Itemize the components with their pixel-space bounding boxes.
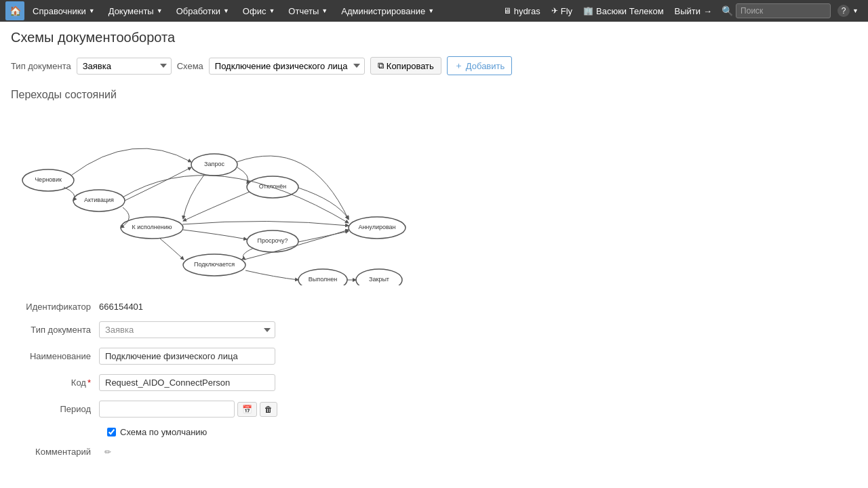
chevron-down-icon: ▼ [428, 7, 434, 14]
nav-menu-reports[interactable]: Отчеты ▼ [283, 0, 333, 22]
chevron-down-icon: ▼ [223, 7, 229, 14]
default-schema-checkbox[interactable] [107, 428, 116, 436]
edge-activation-request [125, 167, 191, 201]
edge-execution-overdue [183, 230, 247, 239]
copy-button[interactable]: ⧉ Копировать [370, 57, 441, 75]
code-label: Код [11, 378, 99, 388]
search-input[interactable] [736, 3, 831, 18]
edge-overdue-annulled [298, 231, 349, 242]
svg-text:Активация: Активация [84, 197, 114, 203]
nav-fly[interactable]: ✈ Fly [547, 0, 576, 22]
edge-connecting-done [245, 270, 298, 280]
name-label: Наименование [11, 351, 99, 361]
form-doc-type-row: Тип документа Заявка [11, 321, 857, 338]
svg-text:Запрос: Запрос [204, 161, 224, 167]
chevron-down-icon: ▼ [269, 7, 275, 14]
id-row: Идентификатор 666154401 [11, 302, 857, 312]
doc-type-label: Тип документа [11, 61, 71, 71]
chevron-down-icon: ▼ [157, 7, 163, 14]
edge-rejected-execution [183, 192, 250, 221]
flow-graph: Черновик Активация Запрос Отклонён К исп… [11, 109, 431, 285]
delete-icon: 🗑 [264, 405, 273, 414]
monitor-icon: 🖥 [503, 6, 511, 16]
node-overdue: Просрочу? [247, 230, 298, 252]
svg-text:Просрочу?: Просрочу? [258, 237, 288, 244]
form-doc-type-select[interactable]: Заявка [99, 321, 275, 338]
edge-draft-request [72, 148, 191, 175]
top-navigation: 🏠 Справочники ▼ Документы ▼ Обработки ▼ … [0, 0, 868, 22]
name-input[interactable] [99, 348, 275, 365]
node-request: Запрос [191, 154, 237, 176]
node-closed: Закрыт [356, 269, 402, 285]
toolbar: Тип документа Заявка Схема Подключение ф… [11, 56, 857, 75]
period-input[interactable] [99, 401, 235, 418]
nav-menu-documents[interactable]: Документы ▼ [103, 0, 168, 22]
schema-select[interactable]: Подключение физического лица [209, 58, 365, 75]
chevron-down-icon: ▼ [321, 7, 328, 14]
home-button[interactable]: 🏠 [5, 1, 24, 20]
help-button[interactable]: ? ▼ [833, 0, 863, 22]
default-schema-row: Схема по умолчанию [107, 427, 857, 437]
edge-request-execution [183, 175, 204, 219]
company-icon: 🏢 [583, 6, 593, 16]
default-schema-label: Схема по умолчанию [120, 427, 207, 437]
name-row: Наименование [11, 348, 857, 365]
nav-menu-office[interactable]: Офис ▼ [237, 0, 281, 22]
edge-rejected-annulled [298, 188, 349, 219]
fly-icon: ✈ [551, 6, 558, 16]
svg-text:Черновик: Черновик [35, 176, 62, 183]
edge-request-rejected [237, 167, 248, 184]
edit-comment-button[interactable]: ✏ [104, 447, 111, 457]
form-doc-type-label: Тип документа [11, 325, 99, 335]
code-row: Код [11, 374, 857, 391]
transitions-section-title: Переходы состояний [11, 89, 857, 101]
id-value: 666154401 [99, 302, 143, 312]
nav-menu-directories[interactable]: Справочники ▼ [27, 0, 100, 22]
calendar-button[interactable]: 📅 [237, 402, 257, 417]
edge-draft-activation [64, 187, 75, 201]
comment-label: Комментарий [11, 447, 99, 457]
svg-text:Подключается: Подключается [194, 261, 235, 268]
clear-period-button[interactable]: 🗑 [260, 402, 277, 417]
svg-text:Закрыт: Закрыт [369, 276, 389, 283]
svg-text:Выполнен: Выполнен [309, 276, 337, 283]
doc-type-select[interactable]: Заявка [77, 58, 172, 75]
nav-menu-admin[interactable]: Администрирование ▼ [336, 0, 439, 22]
chevron-down-icon: ▼ [852, 7, 859, 14]
calendar-icon: 📅 [242, 405, 252, 414]
node-activation: Активация [73, 190, 125, 211]
page-title: Схемы документооборота [11, 30, 857, 45]
code-input[interactable] [99, 374, 275, 391]
edge-activation-annulled [123, 176, 349, 223]
form-section: Идентификатор 666154401 Тип документа За… [11, 302, 857, 457]
node-connecting: Подключается [183, 254, 245, 276]
plus-icon: ＋ [454, 60, 463, 72]
nav-company[interactable]: 🏢 Васюки Телеком [579, 0, 668, 22]
node-done: Выполнен [298, 269, 347, 285]
period-input-group: 📅 🗑 [99, 401, 277, 418]
nav-menu-processing[interactable]: Обработки ▼ [171, 0, 235, 22]
id-label: Идентификатор [11, 302, 99, 312]
period-label: Период [11, 404, 99, 414]
svg-text:Аннулирован: Аннулирован [358, 224, 395, 230]
page-content: Схемы документооборота Тип документа Зая… [0, 22, 868, 474]
node-annulled: Аннулирован [349, 217, 406, 239]
comment-row: Комментарий ✏ [11, 447, 857, 457]
node-to-execution: К исполнению [121, 217, 183, 239]
chevron-down-icon: ▼ [89, 7, 95, 14]
period-row: Период 📅 🗑 [11, 401, 857, 418]
edge-execution-connecting [160, 239, 184, 260]
nav-logout[interactable]: Выйти → [671, 0, 717, 22]
logout-icon: → [703, 6, 712, 16]
search-icon: 🔍 [722, 5, 733, 16]
nav-hydras[interactable]: 🖥 hydras [499, 0, 545, 22]
home-icon: 🏠 [9, 5, 21, 16]
edge-execution-annulled [182, 221, 349, 226]
schema-label: Схема [177, 61, 203, 71]
add-button[interactable]: ＋ Добавить [447, 56, 512, 75]
flow-graph-container: Черновик Активация Запрос Отклонён К исп… [11, 109, 431, 285]
svg-text:К исполнению: К исполнению [132, 224, 172, 230]
copy-icon: ⧉ [378, 60, 384, 71]
